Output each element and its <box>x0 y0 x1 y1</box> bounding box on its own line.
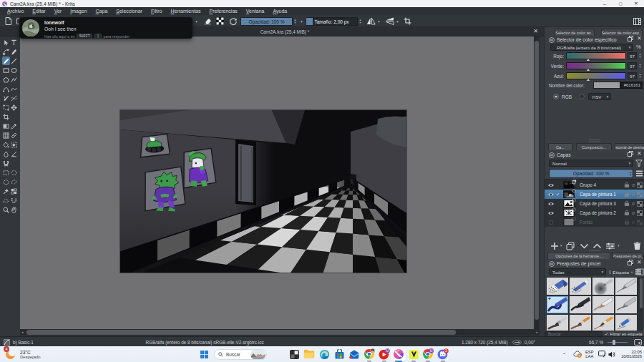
measure-tool[interactable] <box>10 150 18 158</box>
layer-row[interactable]: Capa de pintura 3 α <box>545 199 644 208</box>
layer-visibility-icon[interactable] <box>547 192 555 197</box>
layer-lock-icon[interactable] <box>624 200 630 207</box>
layer-lock-icon[interactable] <box>624 191 630 197</box>
close-button[interactable]: ✕ <box>628 0 644 7</box>
statusbar-zoom[interactable]: 66,7 % <box>577 340 603 345</box>
canvas-only-mode-icon[interactable] <box>634 339 642 346</box>
contiguous-select-tool[interactable] <box>2 187 10 195</box>
taskbar-search[interactable]: Buscar <box>214 349 267 360</box>
rgb-radio-icon[interactable] <box>553 94 559 99</box>
brush-scrollbar-thumb[interactable] <box>640 278 643 308</box>
layer-inherit-alpha-icon[interactable] <box>637 210 643 216</box>
brush-grid-scrollbar[interactable] <box>639 277 643 331</box>
layer-visibility-icon[interactable] <box>547 182 555 188</box>
freehand-brush-tool[interactable] <box>2 57 10 65</box>
layer-inherit-alpha-icon[interactable] <box>637 220 643 225</box>
size-spinner[interactable]: ▲▼ <box>358 17 363 26</box>
file-explorer-icon[interactable] <box>303 348 315 360</box>
brush-eraser-small[interactable] <box>570 278 591 295</box>
canvas-area[interactable] <box>20 36 534 329</box>
menu-ayuda[interactable]: Ayuda <box>273 9 288 14</box>
layer-alpha-icon[interactable]: α <box>632 220 635 225</box>
tab-brush-presets[interactable]: Preajustes de pi... <box>613 252 644 259</box>
brush-docker-close-icon[interactable]: ✕ <box>637 259 643 265</box>
microsoft-store-icon[interactable] <box>333 348 345 360</box>
zoom-slider-track[interactable] <box>608 342 628 343</box>
rectangle-tool[interactable] <box>2 66 10 74</box>
gradient-tool[interactable] <box>2 122 10 130</box>
color-sampler-tool[interactable] <box>10 122 18 130</box>
brush-paint-darkred[interactable] <box>547 315 568 331</box>
polygon-select-tool[interactable] <box>2 177 10 186</box>
vencord-app-icon[interactable] <box>408 348 419 360</box>
duplicate-layer-icon[interactable] <box>566 242 575 250</box>
ellipse-select-tool[interactable] <box>10 168 18 177</box>
red-channel-value[interactable]: 97 <box>628 52 637 59</box>
assistants-tool[interactable] <box>2 159 10 167</box>
brush-pen-gray[interactable] <box>615 296 637 313</box>
add-layer-icon[interactable] <box>550 242 559 250</box>
maximize-button[interactable]: ▢ <box>613 0 628 7</box>
delete-layer-icon[interactable] <box>633 242 641 250</box>
hscroll-thumb[interactable] <box>26 330 456 335</box>
green-slider-handle[interactable] <box>587 69 590 71</box>
hsv-combo[interactable]: HSV ▼ <box>588 93 611 100</box>
pattern-edit-tool[interactable] <box>2 131 10 140</box>
brush-marker-black[interactable] <box>570 296 591 313</box>
discord-notification[interactable]: lonewolf Ooh I see then Haz clic aquí o … <box>19 17 192 39</box>
menu-seleccionar[interactable]: Seleccionar <box>116 9 142 14</box>
tray-clock[interactable]: 22:05 10/01/2026 <box>621 350 642 358</box>
tab-layers[interactable]: Ca... <box>548 143 572 150</box>
vscroll-thumb[interactable] <box>535 41 539 320</box>
menu-imagen[interactable]: Imagen <box>70 9 87 14</box>
move-layer-down-icon[interactable] <box>580 242 589 250</box>
new-document-icon[interactable] <box>4 16 13 26</box>
menu-editar[interactable]: Editar <box>32 9 45 14</box>
color-model-combo[interactable]: RGB/alfa (entero de 8 bits/canal) ▼ <box>550 44 633 51</box>
zoom-slider-handle[interactable] <box>613 340 615 345</box>
dynamic-brush-tool[interactable] <box>2 94 10 102</box>
chrome-browser-icon-2[interactable]: U <box>422 348 434 360</box>
blue-slider-handle[interactable] <box>587 79 590 81</box>
brush-filter-combo[interactable]: Todas ▼ <box>549 268 606 275</box>
polyline-tool[interactable] <box>10 75 18 84</box>
zoom-tool[interactable] <box>2 205 10 214</box>
mail-app-icon[interactable] <box>348 348 360 360</box>
layer-lock-icon[interactable] <box>624 219 630 225</box>
statusbar-rotation[interactable]: 0,00° <box>525 340 535 345</box>
layers-docker-close-icon[interactable]: ✕ <box>637 150 643 157</box>
blue-channel-value[interactable]: 97 <box>628 72 637 79</box>
percent-toggle[interactable]: % <box>636 44 641 50</box>
color-docker-close-icon[interactable]: ✕ <box>637 35 643 41</box>
tray-language-indicator[interactable]: ESP LAA <box>585 350 594 358</box>
canvas-vertical-scrollbar[interactable] <box>534 36 540 329</box>
rotation-icon[interactable] <box>512 340 522 345</box>
mirror-horizontal-icon[interactable] <box>365 16 376 26</box>
magnetic-select-tool[interactable] <box>10 196 18 205</box>
brush-paint-orange[interactable] <box>570 315 591 331</box>
layer-inherit-alpha-icon[interactable] <box>637 192 643 197</box>
similar-select-tool[interactable] <box>10 187 18 195</box>
krita-app-icon[interactable] <box>393 348 404 360</box>
menu-capa[interactable]: Capa <box>96 9 108 14</box>
opacity-dropdown[interactable]: ▼ <box>299 16 304 26</box>
size-slider[interactable]: Tamaño: 2,00 px <box>306 17 358 26</box>
tab-compositions[interactable]: Composicio... <box>576 143 612 150</box>
layer-inherit-alpha-icon[interactable] <box>637 182 643 188</box>
colorize-mask-tool[interactable] <box>2 150 10 158</box>
text-tool[interactable] <box>10 38 18 47</box>
layer-alpha-icon[interactable]: α <box>632 182 635 187</box>
layer-properties-icon[interactable] <box>605 242 615 250</box>
layer-properties-dropdown[interactable]: ▼ <box>617 244 622 248</box>
start-button[interactable] <box>198 348 210 360</box>
color-docker-float-icon[interactable] <box>628 36 634 42</box>
tab-undo-history[interactable]: Historial de desha... <box>615 143 644 150</box>
menu-ventana[interactable]: Ventana <box>246 9 265 14</box>
move-tool[interactable] <box>10 103 18 112</box>
edge-browser-icon[interactable] <box>318 348 330 360</box>
tray-chevron-icon[interactable]: ⌃ <box>562 352 566 357</box>
screenshot-app-icon[interactable] <box>288 348 300 360</box>
layer-opacity-spinner[interactable]: ▲▼ <box>629 170 632 177</box>
brush-search-field[interactable]: Buscar <box>545 331 602 337</box>
blue-channel-slider[interactable] <box>566 72 626 79</box>
